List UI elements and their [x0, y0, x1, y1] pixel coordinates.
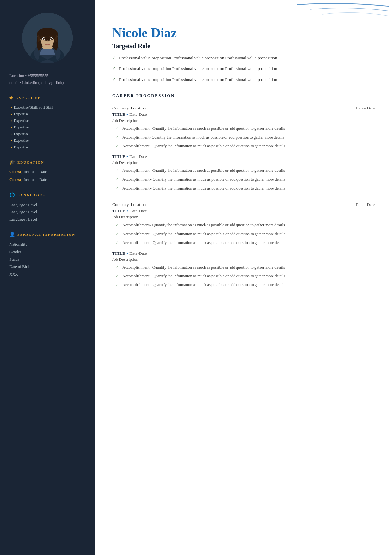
- education-section: 🎓 EDUCATION Course, Institute | Date Cou…: [9, 159, 85, 184]
- language-item: Language : Level: [9, 209, 85, 216]
- language-item: Language : Level: [9, 202, 85, 209]
- svg-point-9: [50, 38, 52, 40]
- career-section-heading: CAREER PROGRESSION: [112, 93, 375, 101]
- contact-phone: +555555555: [28, 73, 48, 78]
- accomplishment-item: Accomplishment - Quantify the informatio…: [115, 143, 375, 149]
- contact-location: Location: [9, 73, 24, 78]
- job-title-row: TITLE•Date-Date: [112, 209, 375, 214]
- decorative-lines: [291, 0, 392, 19]
- contact-linkedin: LinkedIn (add hyperlink): [22, 80, 64, 85]
- list-item: Expertise: [11, 124, 85, 131]
- avatar-container: [9, 13, 85, 63]
- list-item: Expertise: [11, 111, 85, 117]
- education-item: Course, Institute | Date: [9, 177, 85, 183]
- languages-title: 🌐 LANGUAGES: [9, 192, 85, 198]
- list-item: Expertise: [11, 144, 85, 151]
- personal-nationality: Nationality: [9, 241, 85, 248]
- accomplishments-list: Accomplishment– Quantify the information…: [112, 265, 375, 288]
- value-proposition-list: Professional value proposition Professio…: [112, 55, 375, 83]
- accomplishment-item: Accomplishment - Quantify the informatio…: [115, 273, 375, 279]
- job-description: Job Description: [112, 257, 375, 262]
- education-icon: 🎓: [9, 159, 15, 165]
- expertise-list: Expertise/Skill/Soft Skill Expertise Exp…: [9, 104, 85, 151]
- job-description: Job Description: [112, 160, 375, 165]
- date-range: Date - Date: [356, 202, 375, 207]
- education-title: 🎓 EDUCATION: [9, 159, 85, 165]
- personal-section: 👤 PERSONAL INFORMATION Nationality Gende…: [9, 232, 85, 278]
- accomplishment-item: Accomplishment - Quantify the informatio…: [115, 177, 375, 183]
- avatar: [22, 13, 73, 63]
- personal-title: 👤 PERSONAL INFORMATION: [9, 232, 85, 237]
- accomplishment-item: Accomplishment - Quantify the informatio…: [115, 231, 375, 237]
- career-block: Company, Location Date - Date TITLE•Date…: [112, 106, 375, 191]
- list-item: Expertise: [11, 117, 85, 124]
- accomplishment-item: Accomplishment– Quantify the information…: [115, 168, 375, 174]
- company-row: Company, Location Date - Date: [112, 202, 375, 207]
- svg-point-8: [43, 38, 45, 40]
- company-name: Company, Location: [112, 202, 146, 207]
- job-title-row: TITLE•Date-Date: [112, 251, 375, 256]
- accomplishment-item: Accomplishment - Quantify the informatio…: [115, 282, 375, 288]
- company-name: Company, Location: [112, 106, 146, 111]
- accomplishment-item: Accomplishment– Quantify the information…: [115, 265, 375, 271]
- accomplishments-list: Accomplishment– Quantify the information…: [112, 126, 375, 149]
- candidate-name: Nicole Diaz: [112, 25, 375, 41]
- accomplishment-item: Accomplishment– Quantify the information…: [115, 222, 375, 228]
- expertise-section: ◈ EXPERTISE Expertise/Skill/Soft Skill E…: [9, 95, 85, 151]
- contact-email: email: [9, 80, 19, 85]
- accomplishment-item: Accomplishment- Quantify the information…: [115, 134, 375, 140]
- value-prop-item: Professional value proposition Professio…: [112, 77, 375, 83]
- avatar-image: [22, 13, 73, 63]
- job-description: Job Description: [112, 215, 375, 220]
- date-range: Date - Date: [356, 106, 375, 111]
- job-title-row: TITLE•Date-Date: [112, 154, 375, 159]
- sidebar: Location • +555555555 email • LinkedIn (…: [0, 0, 95, 555]
- list-item: Expertise: [11, 131, 85, 137]
- value-prop-item: Professional value proposition Professio…: [112, 55, 375, 61]
- accomplishment-item: Accomplishment - Quantify the informatio…: [115, 185, 375, 191]
- job-title-row: TITLE•Date-Date: [112, 112, 375, 117]
- personal-gender: Gender: [9, 248, 85, 256]
- accomplishments-list: Accomplishment– Quantify the information…: [112, 222, 375, 246]
- value-prop-item: Professional value proposition Professio…: [112, 65, 375, 72]
- section-separator: [112, 197, 375, 197]
- accomplishment-item: Accomplishment - Quantify the informatio…: [115, 240, 375, 246]
- languages-section: 🌐 LANGUAGES Language : Level Language : …: [9, 192, 85, 223]
- expertise-icon: ◈: [9, 95, 14, 100]
- education-item: Course, Institute | Date: [9, 169, 85, 175]
- company-row: Company, Location Date - Date: [112, 106, 375, 111]
- languages-icon: 🌐: [9, 192, 15, 198]
- language-item: Language : Level: [9, 216, 85, 223]
- job-description: Job Description: [112, 118, 375, 123]
- targeted-role: Targeted Role: [112, 42, 375, 50]
- accomplishment-item: Accomplishment– Quantify the information…: [115, 126, 375, 132]
- list-item: Expertise/Skill/Soft Skill: [11, 104, 85, 111]
- contact-info: Location • +555555555 email • LinkedIn (…: [9, 72, 85, 86]
- personal-icon: 👤: [9, 232, 15, 237]
- main-content: Nicole Diaz Targeted Role Professional v…: [95, 0, 392, 555]
- personal-status: Status: [9, 256, 85, 264]
- expertise-title: ◈ EXPERTISE: [9, 95, 85, 100]
- list-item: Expertise: [11, 137, 85, 144]
- accomplishments-list: Accomplishment– Quantify the information…: [112, 168, 375, 191]
- personal-other: XXX: [9, 271, 85, 278]
- personal-dob: Date of Birth: [9, 263, 85, 271]
- career-block: Company, Location Date - Date TITLE•Date…: [112, 202, 375, 288]
